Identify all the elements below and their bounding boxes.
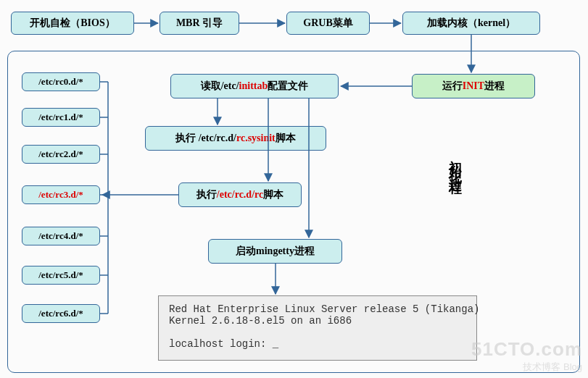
watermark-small: 技术博客 Blog [471, 361, 582, 374]
rc-pre: 执行 [196, 188, 217, 201]
rc2-label: /etc/rc2.d/* [38, 148, 83, 160]
inittab-red: inittab [239, 80, 268, 92]
box-inittab: 读取/etc/ inittab 配置文件 [170, 74, 339, 98]
run-init-red: INIT [463, 80, 484, 92]
terminal-output: Red Hat Enterprise Linux Server release … [158, 295, 477, 361]
box-kernel: 加载内核（kernel） [402, 12, 540, 35]
sysinit-pre: 执行 /etc/rc.d/ [175, 132, 236, 145]
mingetty-pre: 启动 [236, 245, 256, 258]
inittab-pre: 读取/etc/ [201, 80, 239, 93]
rc-post: 脚本 [263, 188, 283, 201]
box-mbr: MBR 引导 [160, 12, 239, 35]
watermark: 51CTO.com 技术博客 Blog [471, 338, 582, 374]
box-rc4: /etc/rc4.d/* [22, 227, 100, 245]
box-rc1: /etc/rc1.d/* [22, 108, 100, 127]
side-label: 初始化过程 [447, 150, 464, 179]
box-bios: 开机自检（BIOS） [11, 12, 134, 35]
rc6-label: /etc/rc6.d/* [38, 308, 83, 319]
box-rc0: /etc/rc0.d/* [22, 72, 100, 91]
rc0-label: /etc/rc0.d/* [38, 76, 83, 88]
box-rc5: /etc/rc5.d/* [22, 266, 100, 285]
run-init-post: 进程 [484, 80, 505, 93]
box-mingetty: 启动 mingetty 进程 [208, 239, 342, 264]
box-bios-label: 开机自检（BIOS） [30, 17, 115, 30]
box-rc6: /etc/rc6.d/* [22, 304, 100, 323]
box-grub-label: GRUB菜单 [303, 17, 352, 30]
sysinit-post: 脚本 [276, 132, 296, 145]
mingetty-bold: mingetty [256, 245, 294, 257]
rc5-label: /etc/rc5.d/* [38, 269, 83, 281]
rc-red: /etc/rc.d/rc [217, 189, 263, 201]
box-kernel-label: 加载内核（kernel） [427, 17, 515, 30]
rc3-label: /etc/rc3.d/* [38, 189, 83, 201]
box-rc2: /etc/rc2.d/* [22, 145, 100, 164]
mingetty-post: 进程 [294, 245, 315, 258]
watermark-big: 51CTO.com [471, 338, 582, 361]
box-sysinit: 执行 /etc/rc.d/ rc.sysinit 脚本 [145, 126, 326, 151]
run-init-pre: 运行 [442, 80, 463, 93]
inittab-post: 配置文件 [268, 80, 308, 93]
sysinit-red: rc.sysinit [236, 133, 276, 144]
box-run-init: 运行 INIT 进程 [412, 74, 535, 98]
rc4-label: /etc/rc4.d/* [38, 230, 83, 242]
box-rc: 执行 /etc/rc.d/rc 脚本 [178, 182, 302, 207]
rc1-label: /etc/rc1.d/* [38, 112, 83, 123]
box-rc3: /etc/rc3.d/* [22, 185, 100, 204]
box-mbr-label: MBR 引导 [176, 17, 223, 30]
box-grub: GRUB菜单 [286, 12, 370, 35]
